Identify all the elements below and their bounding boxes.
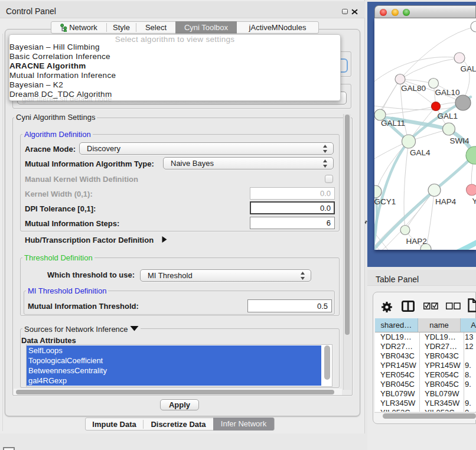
svg-text:GAL80: GAL80 (401, 84, 426, 93)
svg-text:GAL1: GAL1 (438, 112, 458, 120)
svg-text:Y: Y (472, 197, 476, 206)
svg-text:SWI4: SWI4 (450, 136, 470, 145)
svg-text:GAL7: GAL7 (461, 64, 476, 73)
svg-text:HAP2: HAP2 (406, 237, 427, 246)
svg-text:GAL10: GAL10 (435, 88, 460, 97)
svg-text:GAL11: GAL11 (381, 119, 405, 128)
svg-text:HAP4: HAP4 (435, 197, 457, 206)
svg-text:GAL4: GAL4 (410, 148, 431, 157)
svg-text:GCY1: GCY1 (374, 197, 396, 206)
